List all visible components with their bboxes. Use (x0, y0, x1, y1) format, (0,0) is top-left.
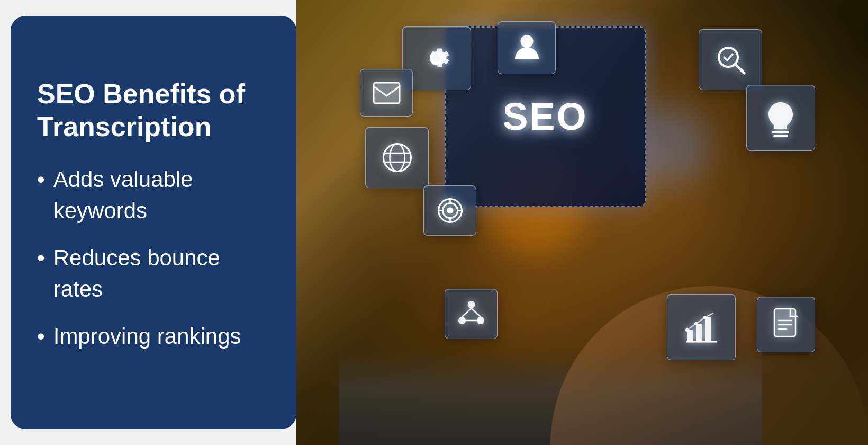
bullet-char: • (37, 164, 45, 195)
bullet-list: • Adds valuable keywords • Reduces bounc… (37, 164, 270, 368)
right-panel: SEO (296, 0, 868, 445)
main-title: SEO Benefits of Transcription (37, 77, 270, 144)
title-line1: SEO Benefits of (37, 78, 245, 109)
bullet-char: • (37, 321, 45, 352)
list-item: • Reduces bounce rates (37, 243, 270, 305)
title-line2: Transcription (37, 111, 211, 142)
bullet-char: • (37, 243, 45, 274)
list-item: • Adds valuable keywords (37, 164, 270, 227)
seo-background-image: SEO (296, 0, 868, 445)
page-container: SEO Benefits of Transcription • Adds val… (0, 0, 868, 445)
bullet-text-2: Reduces bounce rates (53, 243, 270, 305)
list-item: • Improving rankings (37, 321, 270, 352)
bullet-text-1: Adds valuable keywords (53, 164, 270, 227)
bullet-text-3: Improving rankings (53, 321, 241, 352)
left-panel: SEO Benefits of Transcription • Adds val… (11, 16, 296, 429)
